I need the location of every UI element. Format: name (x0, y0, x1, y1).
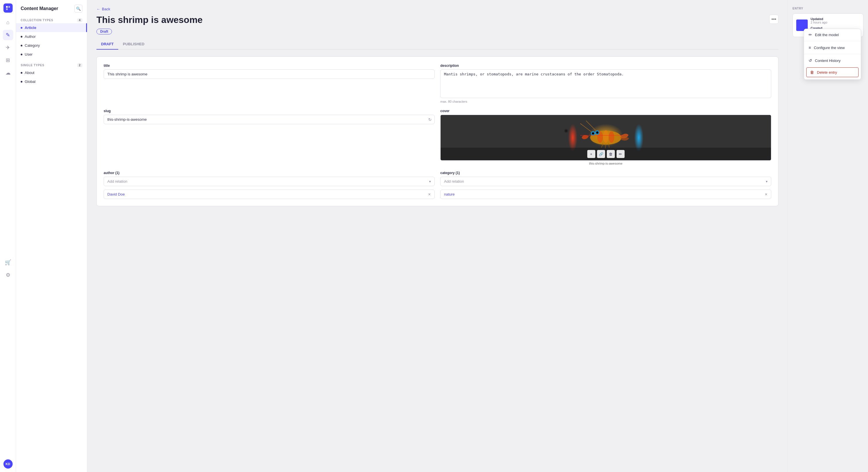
sidebar-title: Content Manager (21, 6, 58, 11)
updated-label: Updated (811, 17, 827, 21)
cover-link-button[interactable]: 🔗 (597, 150, 605, 158)
trash-icon: 🗑 (810, 70, 814, 74)
content-history-item[interactable]: ↺ Content History (804, 55, 861, 66)
author-remove-icon[interactable]: ✕ (428, 193, 431, 196)
form-grid-relations: author (1) Add relation ▾ David Doe ✕ ca… (104, 171, 771, 199)
svg-rect-1 (8, 6, 10, 8)
cover-delete-button[interactable]: 🗑 (607, 150, 615, 158)
nav-dot (21, 81, 22, 82)
single-types-label: SINGLE TYPES 2 (16, 61, 87, 68)
sidebar: Content Manager 🔍 COLLECTION TYPES 4 Art… (16, 0, 87, 472)
svg-point-5 (603, 130, 609, 142)
arrow-left-icon: ← (96, 7, 100, 11)
description-hint: max. 80 characters (440, 100, 771, 103)
left-rail: ⌂ ✎ ✈ ⊞ ☁ 🛒 ⚙ KD (0, 0, 16, 472)
category-tag: nature ✕ (440, 190, 771, 199)
category-relation-select[interactable]: Add relation ▾ (440, 177, 771, 186)
svg-rect-0 (6, 6, 8, 8)
slug-field-group: slug ↻ (104, 109, 435, 165)
marketplace-icon[interactable]: ⊞ (3, 55, 13, 65)
clock-icon: ↺ (809, 58, 812, 63)
content-area: ← Back This shrimp is awesome ••• Draft … (87, 0, 787, 472)
title-input[interactable] (104, 69, 435, 79)
category-placeholder: Add relation (444, 179, 464, 183)
form-grid-middle: slug ↻ cover (104, 109, 771, 165)
dropdown-menu: ✏ Edit the model ≡ Configure the view ↺ … (804, 29, 861, 80)
nav-dot (21, 36, 22, 38)
media-icon[interactable]: ✈ (3, 42, 13, 53)
cloud-icon[interactable]: ☁ (3, 68, 13, 78)
description-input[interactable]: Mantis shrimps, or stomatopods, are mari… (440, 69, 771, 98)
slug-input-wrap: ↻ (104, 115, 435, 124)
content-manager-icon[interactable]: ✎ (3, 30, 13, 40)
more-icon: ••• (772, 16, 776, 22)
search-icon: 🔍 (76, 7, 81, 11)
chevron-down-icon: ▾ (766, 179, 768, 183)
back-link[interactable]: ← Back (96, 7, 778, 11)
commerce-icon[interactable]: 🛒 (3, 257, 13, 268)
form-grid-top: title description Mantis shrimps, or sto… (104, 64, 771, 103)
sidebar-item-author[interactable]: Author (16, 32, 87, 41)
cover-image-container: + 🔗 🗑 ✏ this-shrimp-is-awesome (440, 115, 771, 165)
svg-rect-2 (6, 8, 8, 10)
author-field-group: author (1) Add relation ▾ David Doe ✕ (104, 171, 435, 199)
tab-draft[interactable]: DRAFT (96, 39, 118, 49)
tab-published[interactable]: PUBLISHED (118, 39, 149, 49)
description-label: description (440, 64, 771, 68)
pencil-icon: ✏ (809, 32, 812, 37)
svg-point-8 (592, 132, 594, 134)
home-icon[interactable]: ⌂ (3, 17, 13, 28)
tabs: DRAFT PUBLISHED (96, 39, 778, 49)
category-remove-icon[interactable]: ✕ (765, 193, 768, 196)
author-label: author (1) (104, 171, 435, 175)
collection-types-label: COLLECTION TYPES 4 (16, 16, 87, 23)
entry-section-label: ENTRY (793, 7, 863, 10)
svg-point-10 (596, 131, 598, 134)
sidebar-search-button[interactable]: 🔍 (74, 5, 82, 12)
more-options-button[interactable]: ••• (769, 14, 778, 24)
sidebar-item-global[interactable]: Global (16, 77, 87, 86)
chevron-down-icon: ▾ (429, 179, 431, 183)
author-tag: David Doe ✕ (104, 190, 435, 199)
category-label: category (1) (440, 171, 771, 175)
cover-label: cover (440, 109, 771, 113)
cover-image: + 🔗 🗑 ✏ (440, 115, 771, 161)
author-placeholder: Add relation (107, 179, 127, 183)
strapi-logo (3, 3, 12, 12)
nav-dot (21, 72, 22, 74)
nav-dot (21, 27, 22, 29)
form-card: title description Mantis shrimps, or sto… (96, 57, 778, 206)
main-content: ← Back This shrimp is awesome ••• Draft … (87, 0, 787, 472)
entry-updated-row: Updated 2 hours ago (811, 17, 827, 24)
category-field-group: category (1) Add relation ▾ nature ✕ (440, 171, 771, 199)
avatar[interactable]: KD (3, 460, 12, 469)
delete-entry-item[interactable]: 🗑 Delete entry (806, 67, 859, 77)
author-relation-select[interactable]: Add relation ▾ (104, 177, 435, 186)
author-value: David Doe (107, 192, 125, 196)
sidebar-item-category[interactable]: Category (16, 41, 87, 50)
page-title: This shrimp is awesome (96, 14, 203, 25)
nav-dot (21, 45, 22, 46)
category-value: nature (444, 192, 455, 196)
cover-filename: this-shrimp-is-awesome (440, 162, 771, 165)
sidebar-item-article[interactable]: Article (16, 23, 87, 32)
configure-view-item[interactable]: ≡ Configure the view (804, 42, 861, 53)
cover-edit-button[interactable]: ✏ (617, 150, 625, 158)
page-header: This shrimp is awesome ••• (96, 14, 778, 25)
slug-input[interactable] (104, 115, 435, 124)
list-icon: ≡ (809, 45, 811, 50)
dropdown-divider-2 (804, 54, 861, 54)
svg-point-6 (609, 131, 614, 143)
draft-badge: Draft (96, 29, 112, 34)
dropdown-divider (804, 41, 861, 41)
refresh-icon[interactable]: ↻ (428, 117, 432, 122)
sidebar-item-user[interactable]: User (16, 50, 87, 59)
sidebar-item-about[interactable]: About (16, 68, 87, 77)
settings-icon[interactable]: ⚙ (3, 270, 13, 280)
title-label: title (104, 64, 435, 68)
sidebar-header: Content Manager 🔍 (16, 5, 87, 16)
edit-model-item[interactable]: ✏ Edit the model (804, 29, 861, 40)
cover-add-button[interactable]: + (587, 150, 595, 158)
nav-dot (21, 54, 22, 55)
cover-field-group: cover (440, 109, 771, 165)
